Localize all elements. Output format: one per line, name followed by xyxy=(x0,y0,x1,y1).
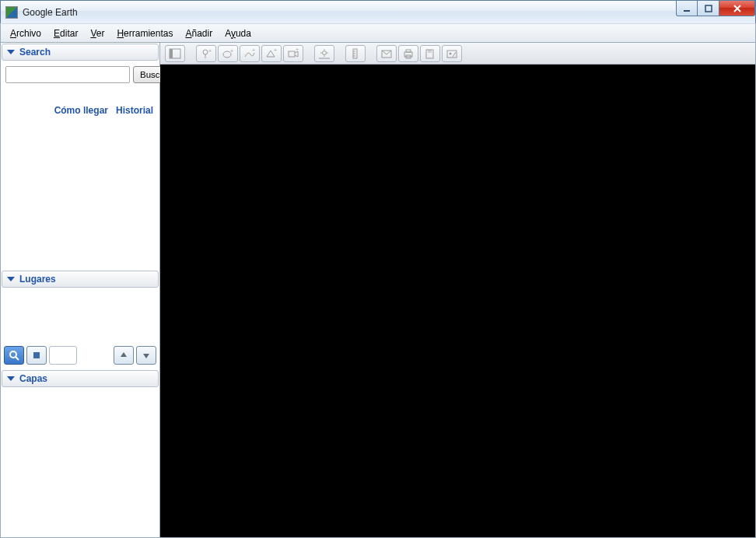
places-search-button[interactable] xyxy=(4,346,24,365)
svg-rect-31 xyxy=(428,50,432,53)
menu-editar[interactable]: Editar xyxy=(47,26,84,41)
save-image-button[interactable] xyxy=(420,45,440,62)
svg-text:+: + xyxy=(296,48,299,52)
svg-rect-14 xyxy=(289,51,295,57)
sidebar-layers-header[interactable]: Capas xyxy=(2,370,159,387)
search-input[interactable] xyxy=(5,66,130,83)
add-image-overlay-button[interactable]: + xyxy=(261,45,282,62)
places-down-button[interactable] xyxy=(136,346,156,365)
path-icon: + xyxy=(243,48,256,59)
history-link[interactable]: Historial xyxy=(116,105,153,116)
svg-rect-28 xyxy=(406,50,411,52)
overlay-icon: + xyxy=(265,48,278,59)
svg-text:+: + xyxy=(208,48,212,54)
menu-ayuda[interactable]: Ayuda xyxy=(219,26,257,41)
add-path-button[interactable]: + xyxy=(240,45,260,62)
svg-point-16 xyxy=(323,51,327,54)
magnifier-icon xyxy=(9,350,19,361)
add-placemark-button[interactable]: + xyxy=(196,45,216,62)
sidebar-layers-body xyxy=(1,388,159,537)
sun-icon xyxy=(318,48,331,59)
sidebar-search-title: Search xyxy=(19,47,51,58)
collapse-icon xyxy=(7,376,15,381)
svg-point-33 xyxy=(450,52,452,54)
places-stop-button[interactable] xyxy=(26,346,47,365)
svg-text:+: + xyxy=(230,48,233,54)
places-up-button[interactable] xyxy=(114,346,134,365)
print-icon xyxy=(402,48,415,59)
sidebar-icon xyxy=(169,48,181,59)
map-viewport[interactable] xyxy=(160,65,755,537)
window-maximize-button[interactable] xyxy=(698,1,719,16)
window-controls xyxy=(676,1,755,16)
svg-text:+: + xyxy=(252,48,255,53)
svg-point-2 xyxy=(10,351,16,358)
svg-rect-6 xyxy=(170,49,173,58)
email-button[interactable] xyxy=(376,45,397,62)
map-toolbar: + + + + + xyxy=(160,43,755,65)
sunlight-button[interactable] xyxy=(314,45,334,62)
menu-ver[interactable]: Ver xyxy=(84,26,110,41)
app-icon xyxy=(5,6,18,19)
sidebar-places-title: Lugares xyxy=(19,274,56,285)
add-polygon-button[interactable]: + xyxy=(218,45,238,62)
svg-line-3 xyxy=(16,357,19,360)
svg-rect-32 xyxy=(447,51,457,58)
svg-rect-4 xyxy=(33,352,40,358)
collapse-icon xyxy=(7,277,15,281)
menubar: Archivo Editar Ver Herramientas Añadir A… xyxy=(0,23,756,43)
toggle-sidebar-button[interactable] xyxy=(165,45,185,62)
record-tour-button[interactable]: + xyxy=(283,45,303,62)
sidebar-places-header[interactable]: Lugares xyxy=(2,271,159,288)
save-image-icon xyxy=(424,48,436,59)
sidebar-layers-title: Capas xyxy=(19,373,47,384)
window-minimize-button[interactable] xyxy=(676,1,698,16)
ruler-button[interactable] xyxy=(345,45,366,62)
sidebar: Search Buscar Cómo llegar Historial Luga… xyxy=(1,43,160,537)
svg-rect-1 xyxy=(705,5,712,12)
places-slider[interactable] xyxy=(49,346,77,365)
menu-anadir[interactable]: Añadir xyxy=(179,26,219,41)
places-toolbar xyxy=(1,343,159,369)
sidebar-search-body: Buscar Cómo llegar Historial xyxy=(1,61,159,121)
print-button[interactable] xyxy=(398,45,418,62)
svg-point-7 xyxy=(203,50,208,54)
ruler-icon xyxy=(349,48,362,59)
stop-icon xyxy=(32,351,41,360)
maps-icon xyxy=(446,48,458,59)
sidebar-places-body xyxy=(1,288,159,343)
svg-text:+: + xyxy=(274,48,277,53)
polygon-icon: + xyxy=(222,48,234,59)
sidebar-search-header[interactable]: Search xyxy=(2,44,159,61)
camera-icon: + xyxy=(287,48,299,59)
window-titlebar: Google Earth xyxy=(0,0,756,23)
collapse-icon xyxy=(7,50,15,54)
directions-link[interactable]: Cómo llegar xyxy=(54,105,108,116)
window-title: Google Earth xyxy=(23,7,78,18)
view-in-maps-button[interactable] xyxy=(442,45,462,62)
arrow-up-icon xyxy=(119,351,128,360)
menu-herramientas[interactable]: Herramientas xyxy=(110,26,179,41)
sidebar-search-empty xyxy=(1,121,159,270)
menu-archivo[interactable]: Archivo xyxy=(4,26,47,41)
window-close-button[interactable] xyxy=(719,1,755,16)
main-content: + + + + + xyxy=(160,43,755,537)
svg-rect-0 xyxy=(684,10,690,12)
arrow-down-icon xyxy=(142,351,151,360)
pushpin-icon: + xyxy=(200,48,212,59)
email-icon xyxy=(380,48,393,59)
